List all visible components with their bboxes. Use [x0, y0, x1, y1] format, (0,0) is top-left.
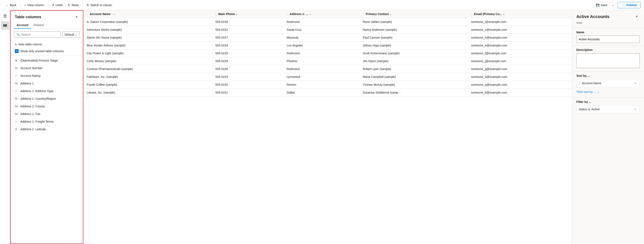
column-separator	[216, 13, 216, 16]
menu-icon-button[interactable]: ☰	[1, 12, 9, 20]
table-cell: Phoenix	[283, 57, 360, 65]
table-cell: City Power & Light (sample)	[83, 50, 212, 57]
table-header-cell[interactable]: Main Phone⌄	[212, 10, 283, 18]
redo-icon: ↻	[68, 4, 70, 7]
publish-label: Publish	[626, 4, 637, 7]
table-header-cell[interactable]: Account Name ↑⌄	[83, 10, 212, 18]
list-item[interactable]: ⊟ Address 1: Latitude	[10, 125, 83, 133]
unused-checkbox-row[interactable]: Show only unused table columns	[14, 48, 80, 54]
panel-actions: + New table column Show only unused tabl…	[10, 40, 83, 56]
list-item[interactable]: — Address 1: Address Type	[10, 87, 83, 95]
table-cell: Robert Lyon (sample)	[360, 65, 468, 73]
list-item[interactable]: Ab Address 1	[10, 80, 83, 87]
panel-close-button[interactable]: ×	[74, 14, 80, 20]
table-cell: 555-0156	[212, 65, 283, 73]
right-panel-header: Active Accounts ×	[572, 10, 644, 21]
save-icon: 💾	[596, 4, 600, 7]
sort-dropdown-icon[interactable]: ⌄	[503, 13, 505, 16]
table-cell: 555-0159	[212, 57, 283, 65]
sort-dropdown-icon[interactable]: ⌄	[114, 13, 116, 16]
table-row[interactable]: City Power & Light (sample)555-0155Redmo…	[83, 50, 572, 57]
name-label: Name	[576, 31, 640, 34]
table-cell: Rene Valdes (sample)	[360, 18, 468, 26]
table-cell: Paul Cannon (sample)	[360, 34, 468, 42]
undo-button[interactable]: ↺ Undo	[50, 2, 65, 8]
table-row[interactable]: A. Datum Corporation (sample)555-0158Red…	[83, 18, 572, 26]
right-panel-close-button[interactable]: ×	[634, 14, 640, 20]
back-button[interactable]: ← Back	[4, 2, 18, 8]
sort-dropdown-icon[interactable]: ⌄	[309, 13, 311, 16]
column-name: Account Rating	[20, 74, 80, 77]
redo-button[interactable]: ↻ Redo	[66, 2, 81, 8]
columns-icon-button[interactable]	[1, 21, 9, 30]
filter-item-remove-button[interactable]: ×	[633, 107, 638, 111]
default-dropdown[interactable]: Default ⌄	[62, 31, 80, 38]
list-item[interactable]: Ab Address 1: Country/Region	[10, 95, 83, 103]
table-area[interactable]: Account Name ↑⌄Main Phone⌄Address 1: ...…	[83, 10, 572, 244]
unused-checkbox[interactable]	[15, 49, 19, 53]
list-item[interactable]: — Account Rating	[10, 72, 83, 80]
table-header-cell[interactable]: Address 1: ...⌄	[283, 10, 360, 18]
save-button[interactable]: 💾 Save	[593, 2, 610, 8]
table-row[interactable]: Litware, Inc. (sample)555-0151DallasSusa…	[83, 89, 572, 97]
table-row[interactable]: Contoso Pharmaceuticals (sample)555-0156…	[83, 65, 572, 73]
right-panel-title: Active Accounts	[576, 14, 610, 19]
table-row[interactable]: Fourth Coffee (sample)555-0150RentonYvon…	[83, 81, 572, 89]
search-icon: 🔍	[16, 33, 20, 36]
svg-rect-2	[6, 24, 7, 27]
table-cell: 555-0151	[212, 89, 283, 97]
list-item[interactable]: Ab Account Number	[10, 64, 83, 72]
right-panel: Active Accounts × View Name Description …	[572, 10, 644, 244]
filter-item-label: Status is 'Active'	[579, 108, 632, 111]
sort-dropdown-icon[interactable]: ⌄	[236, 13, 238, 16]
list-item[interactable]: — Address 1: Freight Terms	[10, 118, 83, 125]
search-input[interactable]	[21, 33, 58, 36]
table-cell: Blue Yonder Airlines (sample)	[83, 42, 212, 50]
icon-bar: ☰	[0, 10, 10, 244]
table-row[interactable]: Alpine Ski House (sample)555-0157Missoul…	[83, 34, 572, 42]
column-name: Address 1: Latitude	[20, 128, 80, 131]
list-item[interactable]: Ab Address 1: County	[10, 103, 83, 110]
undo-icon: ↺	[52, 4, 54, 7]
table-cell: Redmond	[283, 18, 360, 26]
publish-button[interactable]: 📄 Publish	[618, 2, 640, 8]
then-sort-button[interactable]: Then sort by ... ⌄	[576, 89, 600, 95]
switch-classic-button[interactable]: ⇅ Switch to classic	[84, 2, 114, 8]
tab-account[interactable]: Account	[14, 22, 31, 29]
save-button-group: 💾 Save ⌄	[593, 2, 616, 8]
table-cell: someone_b@example.com	[468, 89, 572, 97]
column-separator	[471, 13, 472, 16]
column-type-icon: Ab	[14, 104, 18, 108]
unused-label: Show only unused table columns	[20, 50, 64, 53]
publish-icon: 📄	[621, 4, 625, 7]
table-header-cell[interactable]: Email (Primary Co...⌄	[468, 10, 572, 18]
tab-related[interactable]: Related	[31, 22, 46, 29]
sort-dropdown-icon[interactable]: ⌄	[390, 13, 392, 16]
save-label: Save	[601, 4, 608, 7]
name-input[interactable]	[576, 36, 640, 43]
table-row[interactable]: Blue Yonder Airlines (sample)555-0154Los…	[83, 42, 572, 50]
list-item[interactable]: Ab Address 1: Fax	[10, 110, 83, 118]
table-row[interactable]: Adventure Works (sample)555-0152Santa Cr…	[83, 26, 572, 34]
table-cell: Contoso Pharmaceuticals (sample)	[83, 65, 212, 73]
table-row[interactable]: Fabrikam, Inc. (sample)555-0153LynnwoodM…	[83, 73, 572, 81]
save-dropdown-button[interactable]: ⌄	[610, 2, 616, 8]
table-cell: Adventure Works (sample)	[83, 26, 212, 34]
table-row[interactable]: Coho Winery (sample)555-0159PhoenixJim G…	[83, 57, 572, 65]
right-panel-subtitle: View	[572, 21, 644, 28]
columns-icon	[3, 23, 7, 28]
search-area: 🔍 Default ⌄	[10, 29, 83, 40]
column-list: ⊞ (Deprecated) Process Stage Ab Account …	[10, 56, 83, 243]
table-cell: 555-0155	[212, 50, 283, 57]
table-header-cell[interactable]: Primary Contact⌄	[360, 10, 468, 18]
view-column-button[interactable]: + View column	[22, 2, 46, 8]
sort-item-remove-button[interactable]: ×	[633, 81, 638, 85]
search-box: 🔍	[14, 31, 61, 38]
new-column-button[interactable]: + New table column	[14, 41, 80, 48]
column-name: Account Number	[20, 66, 80, 70]
table-cell: 555-0157	[212, 34, 283, 42]
column-name: (Deprecated) Process Stage	[20, 59, 80, 62]
description-input[interactable]	[576, 53, 640, 68]
list-item[interactable]: ⊞ (Deprecated) Process Stage	[10, 57, 83, 64]
table-cell: Coho Winery (sample)	[83, 57, 212, 65]
